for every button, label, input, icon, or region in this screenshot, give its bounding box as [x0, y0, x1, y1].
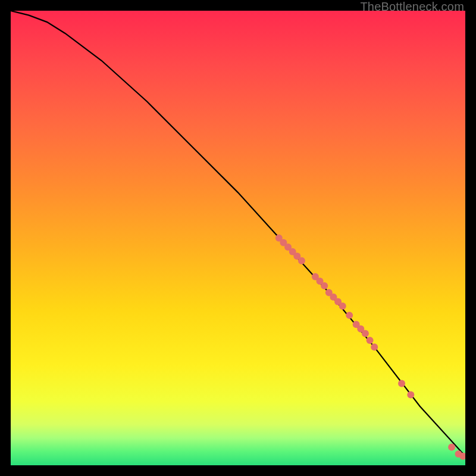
chart-marker [367, 337, 374, 344]
chart-marker [321, 282, 328, 289]
chart-marker [371, 343, 378, 350]
chart-marker [346, 312, 353, 319]
chart-marker [362, 330, 369, 337]
chart-marker [448, 443, 455, 450]
chart-marker [407, 392, 414, 399]
chart-marker [398, 380, 405, 387]
chart-marker-group [275, 234, 465, 460]
chart-marker [298, 257, 305, 264]
chart-stage: TheBottleneck.com [0, 0, 476, 476]
chart-marker [339, 303, 346, 310]
chart-plot-area [11, 11, 465, 465]
chart-curve [11, 11, 465, 456]
chart-overlay [11, 11, 465, 465]
